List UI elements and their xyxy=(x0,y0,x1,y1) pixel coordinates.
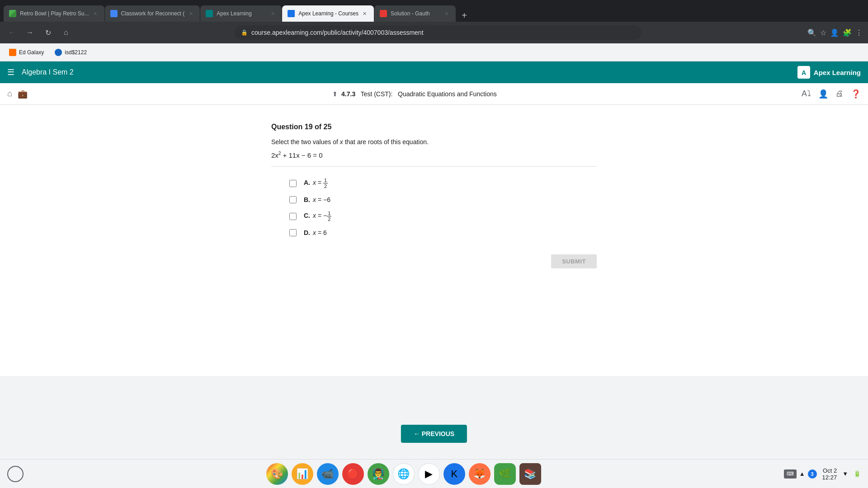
submit-button[interactable]: SUBMIT xyxy=(551,254,597,268)
profile-icon[interactable]: 👤 xyxy=(830,28,839,37)
answer-label-a: A. x = 12 xyxy=(304,178,328,189)
answer-text-d: x = 6 xyxy=(313,229,327,236)
tab-retro[interactable]: Retro Bowl | Play Retro Su... ✕ xyxy=(4,5,104,22)
triangle-icon: ▲ xyxy=(799,470,805,477)
search-icon[interactable]: 🔍 xyxy=(807,28,816,37)
checkbox-c[interactable] xyxy=(289,213,297,220)
keyboard-icon[interactable]: ⌨ xyxy=(784,469,797,479)
bookmarks-bar: Ed Galaxy isd$2122 xyxy=(0,43,868,61)
sub-header-right: A⤵ 👤 🖨 ❓ xyxy=(802,89,861,99)
answer-option-a: A. x = 12 xyxy=(289,178,597,189)
lesson-type: Test (CST): xyxy=(361,90,393,98)
tab-favicon-retro xyxy=(9,10,16,17)
answer-options: A. x = 12 B. x = −6 C. xyxy=(271,178,597,236)
person-icon[interactable]: 👤 xyxy=(818,89,828,99)
app-icon-slides[interactable]: 📊 xyxy=(292,463,313,485)
apex-logo-text: Apex Learning xyxy=(814,69,861,76)
app-icon-book[interactable]: 📚 xyxy=(519,463,541,485)
app-icon-green[interactable]: 🌿 xyxy=(494,463,516,485)
status-icons: ⌨ ▲ 3 xyxy=(784,469,817,479)
apex-menu-icon[interactable]: ☰ xyxy=(7,67,14,77)
extensions-icon[interactable]: 🧩 xyxy=(843,28,852,37)
taskbar-apps: 🎨 📊 📹 🔴 👨‍🏫 🌐 ▶ K 🦊 🌿 📚 xyxy=(24,463,784,485)
answer-letter-a: A. xyxy=(304,179,310,186)
tab-close-classwork[interactable]: ✕ xyxy=(187,10,194,17)
tab-bar: Retro Bowl | Play Retro Su... ✕ Classwor… xyxy=(0,0,868,22)
url-text: course.apexlearning.com/public/activity/… xyxy=(251,29,424,36)
print-icon[interactable]: 🖨 xyxy=(835,89,844,99)
tab-favicon-classwork xyxy=(110,10,118,17)
tab-classwork[interactable]: Classwork for Reconnect ( ✕ xyxy=(105,5,200,22)
tab-label-retro: Retro Bowl | Play Retro Su... xyxy=(20,10,89,17)
notification-badge[interactable]: 3 xyxy=(808,469,817,479)
lesson-info: 4.7.3 Test (CST): Quadratic Equations an… xyxy=(341,90,497,98)
toolbar-right: 🔍 ☆ 👤 🧩 ⋮ xyxy=(807,28,863,37)
bookmark-edgalaxy[interactable]: Ed Galaxy xyxy=(5,47,47,58)
apex-course-title: Algebra I Sem 2 xyxy=(22,68,797,76)
question-container: Question 19 of 25 Select the two values … xyxy=(253,123,615,268)
tab-close-solution[interactable]: ✕ xyxy=(443,10,450,17)
tab-solution[interactable]: Solution - Gauth ✕ xyxy=(374,5,456,22)
help-icon[interactable]: ❓ xyxy=(851,89,861,99)
checkbox-b[interactable] xyxy=(289,196,297,203)
menu-icon[interactable]: ⋮ xyxy=(855,28,863,37)
apex-logo-icon: A xyxy=(797,66,810,79)
answer-option-c: C. x = −12 xyxy=(289,211,597,222)
answer-letter-d: D. xyxy=(304,229,310,236)
tab-label-solution: Solution - Gauth xyxy=(391,10,440,17)
bottom-nav: ← PREVIOUS xyxy=(401,425,467,443)
question-instruction: Select the two values of x that are root… xyxy=(271,138,597,145)
taskbar-right: ⌨ ▲ 3 Oct 2 12:27 ▼ 🔋 xyxy=(784,467,861,481)
forward-button[interactable]: → xyxy=(24,26,36,39)
lesson-number: 4.7.3 xyxy=(341,90,355,98)
bookmark-icon[interactable]: ☆ xyxy=(820,28,826,37)
new-tab-button[interactable]: + xyxy=(458,9,471,22)
app-icon-meet[interactable]: 📹 xyxy=(317,463,339,485)
apex-logo: A Apex Learning xyxy=(797,66,861,79)
reload-button[interactable]: ↻ xyxy=(42,26,54,39)
bookmark-label-isd: isd$2122 xyxy=(65,49,87,56)
app-icon-classroom[interactable]: 👨‍🏫 xyxy=(368,463,389,485)
tab-apex2[interactable]: Apex Learning - Courses ✕ xyxy=(282,5,374,22)
translate-icon[interactable]: A⤵ xyxy=(802,89,811,99)
answer-option-b: B. x = −6 xyxy=(289,196,597,203)
sub-header-left: ⌂ 💼 xyxy=(7,89,28,99)
home-icon[interactable]: ⌂ xyxy=(7,89,12,99)
tab-favicon-apex2 xyxy=(288,10,295,17)
apex-header: ☰ Algebra I Sem 2 A Apex Learning xyxy=(0,61,868,83)
bookmark-isd[interactable]: isd$2122 xyxy=(51,47,90,58)
tab-apex1[interactable]: Apex Learning ✕ xyxy=(200,5,282,22)
tab-label-apex2: Apex Learning - Courses xyxy=(298,10,359,17)
url-bar[interactable]: 🔒 course.apexlearning.com/public/activit… xyxy=(235,25,642,40)
previous-button[interactable]: ← PREVIOUS xyxy=(401,425,467,443)
app-icon-chrome[interactable]: 🌐 xyxy=(393,463,415,485)
home-button[interactable]: ⌂ xyxy=(60,26,72,39)
fraction-c: 12 xyxy=(327,211,331,222)
tab-label-apex1: Apex Learning xyxy=(217,10,266,17)
tab-favicon-apex1 xyxy=(206,10,213,17)
app-icon-play[interactable]: ▶ xyxy=(418,463,440,485)
lesson-title: Quadratic Equations and Functions xyxy=(398,90,497,98)
address-bar: ← → ↻ ⌂ 🔒 course.apexlearning.com/public… xyxy=(0,22,868,43)
back-button[interactable]: ← xyxy=(5,26,18,39)
checkbox-a[interactable] xyxy=(289,180,297,187)
answer-letter-b: B. xyxy=(304,196,310,203)
answer-text-a: x = 12 xyxy=(313,178,328,189)
briefcase-icon[interactable]: 💼 xyxy=(18,89,28,99)
app-icon-firefox[interactable]: 🦊 xyxy=(469,463,491,485)
checkbox-d[interactable] xyxy=(289,229,297,236)
battery-icon: 🔋 xyxy=(854,470,861,477)
tab-close-apex2[interactable]: ✕ xyxy=(361,10,368,17)
taskbar-circle[interactable] xyxy=(7,466,24,482)
tab-close-apex1[interactable]: ✕ xyxy=(269,10,276,17)
wifi-icon: ▼ xyxy=(842,470,848,477)
submit-area: SUBMIT xyxy=(271,254,597,268)
app-icon-picasso[interactable]: 🎨 xyxy=(266,463,288,485)
app-icon-red[interactable]: 🔴 xyxy=(342,463,364,485)
app-icon-khan[interactable]: K xyxy=(443,463,465,485)
answer-option-d: D. x = 6 xyxy=(289,229,597,236)
answer-text-b: x = −6 xyxy=(313,196,330,203)
time-display: Oct 2 12:27 xyxy=(822,467,837,481)
answer-label-c: C. x = −12 xyxy=(304,211,331,222)
tab-close-retro[interactable]: ✕ xyxy=(92,10,99,17)
